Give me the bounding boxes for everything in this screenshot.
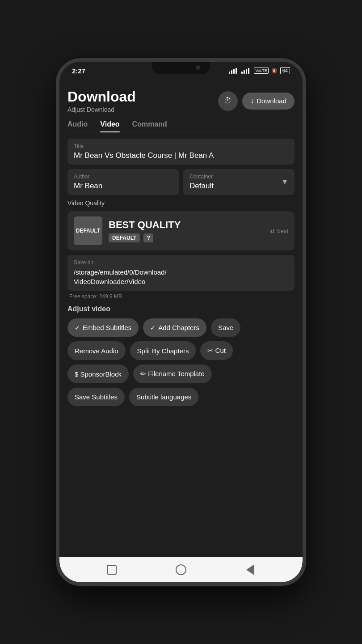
page-subtitle: Adjust Download [67, 106, 136, 113]
mute-icon: 🔇 [271, 68, 278, 74]
signal-bar-3 [233, 69, 235, 74]
history-icon: ⏱ [224, 96, 232, 106]
container-dropdown-icon: ▼ [281, 178, 288, 186]
adjust-buttons-row2: Remove Audio Split By Chapters ✂ Cut [67, 341, 295, 360]
save-button-partial[interactable]: Save [211, 318, 240, 337]
author-label: Author [74, 174, 173, 180]
signal-bar2-4 [248, 68, 249, 74]
author-value: Mr Bean [74, 182, 173, 191]
quality-tag-question: ? [143, 233, 153, 242]
cut-button[interactable]: ✂ Cut [200, 341, 233, 360]
history-button[interactable]: ⏱ [218, 91, 238, 111]
split-chapters-label: Split By Chapters [137, 347, 189, 355]
quality-card[interactable]: DEFAULT BEST QUALITY DEFAULT ? id: best [67, 211, 295, 250]
cut-label: ✂ Cut [207, 347, 226, 355]
sponsorblock-label: $ SponsorBlock [75, 370, 122, 378]
savedir-field[interactable]: Save dir /storage/emulated/0/Download/Vi… [67, 255, 295, 291]
form-fields: Title Mr Bean Vs Obstacle Course | Mr Be… [67, 139, 295, 195]
signal-bar2-3 [246, 69, 247, 74]
tab-video[interactable]: Video [100, 120, 119, 132]
header-left: Download Adjust Download [67, 89, 136, 113]
author-field[interactable]: Author Mr Bean [67, 169, 179, 195]
sponsorblock-button[interactable]: $ SponsorBlock [67, 364, 129, 383]
page-title: Download [67, 89, 136, 105]
main-content: Download Adjust Download ⏱ ↓ Download [59, 80, 303, 557]
adjust-buttons-row4: Save Subtitles Subtitle languages [67, 388, 295, 406]
recent-apps-icon [107, 565, 117, 575]
filename-template-button[interactable]: ✏ Filename Template [133, 364, 212, 383]
signal-bar2-2 [244, 70, 245, 74]
tabs-bar: Audio Video Command [67, 120, 295, 132]
phone-outer: 2:27 VoLTE 🔇 [0, 0, 362, 644]
home-button[interactable] [173, 562, 189, 578]
quality-id: id: best [269, 228, 288, 234]
phone-frame: 2:27 VoLTE 🔇 [56, 58, 306, 586]
back-button[interactable] [242, 562, 258, 578]
signal-bar-4 [236, 68, 237, 74]
notch [152, 62, 210, 74]
download-button[interactable]: ↓ Download [242, 93, 295, 110]
title-value: Mr Bean Vs Obstacle Course | Mr Bean A [74, 151, 288, 160]
tab-command[interactable]: Command [132, 120, 167, 132]
recent-apps-button[interactable] [104, 562, 120, 578]
volte-icon: VoLTE [254, 68, 268, 74]
split-chapters-button[interactable]: Split By Chapters [130, 341, 196, 360]
back-icon [246, 564, 254, 575]
savedir-label: Save dir [74, 259, 288, 266]
quality-info: BEST QUALITY DEFAULT ? [109, 219, 263, 242]
save-partial-label: Save [218, 324, 233, 331]
add-chapters-button[interactable]: ✓ Add Chapters [143, 318, 206, 337]
subtitle-languages-button[interactable]: Subtitle languages [129, 388, 198, 406]
signal-bar-2 [231, 70, 232, 74]
embed-subtitles-check-icon: ✓ [75, 324, 80, 331]
author-container-row: Author Mr Bean Container Default ▼ [67, 169, 295, 195]
battery-icon: 64 [280, 67, 290, 74]
signal-bar2-1 [241, 72, 243, 74]
free-space: Free space: 249.9 MB [67, 293, 295, 300]
screen: 2:27 VoLTE 🔇 [59, 62, 303, 582]
container-value: Default [189, 182, 214, 191]
status-right: VoLTE 🔇 64 [229, 67, 290, 74]
add-chapters-check-icon: ✓ [150, 324, 156, 331]
adjust-video-label: Adjust video [67, 305, 295, 313]
title-label: Title [74, 143, 288, 149]
quality-title: BEST QUALITY [109, 219, 263, 231]
signal-bars-2 [241, 68, 249, 74]
header-right: ⏱ ↓ Download [218, 91, 295, 111]
container-label: Container [189, 174, 214, 180]
adjust-buttons-row1: ✓ Embed Subtitles ✓ Add Chapters Save [67, 318, 295, 337]
home-icon [176, 564, 186, 575]
add-chapters-label: Add Chapters [158, 324, 199, 331]
tab-audio[interactable]: Audio [67, 120, 88, 132]
quality-badge: DEFAULT [76, 228, 100, 234]
subtitle-languages-label: Subtitle languages [136, 393, 191, 401]
status-time: 2:27 [72, 67, 85, 75]
save-subtitles-label: Save Subtitles [75, 393, 118, 401]
title-field[interactable]: Title Mr Bean Vs Obstacle Course | Mr Be… [67, 139, 295, 165]
quality-tag-default: DEFAULT [109, 233, 140, 242]
signal-bars [229, 68, 237, 74]
home-bar [59, 557, 303, 582]
filename-template-label: ✏ Filename Template [140, 370, 205, 378]
header: Download Adjust Download ⏱ ↓ Download [67, 85, 295, 113]
download-button-label: Download [257, 97, 286, 105]
remove-audio-button[interactable]: Remove Audio [67, 341, 126, 360]
container-field[interactable]: Container Default ▼ [183, 169, 295, 195]
adjust-buttons-row3: $ SponsorBlock ✏ Filename Template [67, 364, 295, 383]
save-subtitles-button[interactable]: Save Subtitles [67, 388, 125, 406]
remove-audio-label: Remove Audio [75, 347, 118, 355]
video-quality-label: Video Quality [67, 199, 295, 207]
signal-bar-1 [229, 72, 230, 74]
embed-subtitles-button[interactable]: ✓ Embed Subtitles [67, 318, 139, 337]
quality-badge-box: DEFAULT [74, 216, 102, 245]
notch-camera [196, 65, 200, 70]
download-arrow-icon: ↓ [250, 97, 254, 105]
savedir-value: /storage/emulated/0/Download/VideoDownlo… [74, 267, 288, 286]
quality-tags: DEFAULT ? [109, 233, 263, 242]
embed-subtitles-label: Embed Subtitles [83, 324, 131, 331]
